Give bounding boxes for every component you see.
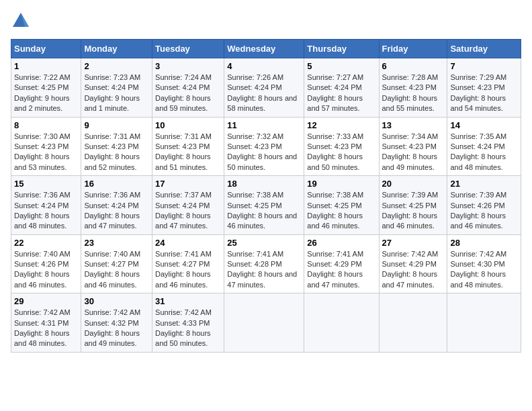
day-info: Sunrise: 7:39 AMSunset: 4:26 PMDaylight:… — [450, 191, 506, 230]
calendar-cell: 3Sunrise: 7:24 AMSunset: 4:24 PMDaylight… — [152, 58, 224, 118]
day-number: 4 — [227, 61, 301, 71]
day-info: Sunrise: 7:39 AMSunset: 4:25 PMDaylight:… — [382, 191, 439, 230]
col-header-tuesday: Tuesday — [152, 40, 224, 58]
logo-icon — [11, 11, 31, 31]
day-number: 19 — [307, 179, 375, 189]
page-header — [11, 11, 521, 31]
day-info: Sunrise: 7:22 AMSunset: 4:25 PMDaylight:… — [14, 73, 71, 112]
calendar-cell: 9Sunrise: 7:31 AMSunset: 4:23 PMDaylight… — [81, 117, 152, 176]
day-number: 28 — [450, 238, 518, 248]
calendar-cell: 16Sunrise: 7:36 AMSunset: 4:24 PMDayligh… — [81, 176, 152, 235]
day-number: 27 — [382, 238, 445, 248]
calendar-cell: 31Sunrise: 7:42 AMSunset: 4:33 PMDayligh… — [152, 293, 224, 353]
day-number: 8 — [14, 120, 78, 130]
day-info: Sunrise: 7:27 AMSunset: 4:24 PMDaylight:… — [307, 73, 363, 112]
calendar-week-row: 29Sunrise: 7:42 AMSunset: 4:31 PMDayligh… — [11, 293, 521, 353]
day-number: 30 — [84, 296, 149, 306]
calendar-cell: 21Sunrise: 7:39 AMSunset: 4:26 PMDayligh… — [447, 176, 521, 235]
day-number: 17 — [155, 179, 221, 189]
day-number: 12 — [307, 120, 375, 130]
calendar-cell: 25Sunrise: 7:41 AMSunset: 4:28 PMDayligh… — [224, 234, 304, 293]
calendar-cell: 20Sunrise: 7:39 AMSunset: 4:25 PMDayligh… — [379, 176, 447, 235]
day-info: Sunrise: 7:37 AMSunset: 4:24 PMDaylight:… — [155, 191, 212, 230]
day-number: 31 — [155, 296, 221, 306]
day-number: 29 — [14, 296, 78, 306]
day-number: 20 — [382, 179, 445, 189]
day-number: 13 — [382, 120, 445, 130]
calendar-cell: 2Sunrise: 7:23 AMSunset: 4:24 PMDaylight… — [81, 58, 152, 118]
day-number: 16 — [84, 179, 149, 189]
day-info: Sunrise: 7:40 AMSunset: 4:26 PMDaylight:… — [14, 250, 71, 289]
day-info: Sunrise: 7:42 AMSunset: 4:31 PMDaylight:… — [14, 308, 71, 347]
calendar-body: 1Sunrise: 7:22 AMSunset: 4:25 PMDaylight… — [11, 58, 521, 353]
day-number: 9 — [84, 120, 149, 130]
logo — [11, 11, 34, 31]
day-number: 26 — [307, 238, 375, 248]
calendar-week-row: 15Sunrise: 7:36 AMSunset: 4:24 PMDayligh… — [11, 176, 521, 235]
day-info: Sunrise: 7:29 AMSunset: 4:23 PMDaylight:… — [450, 73, 506, 112]
calendar-cell: 24Sunrise: 7:41 AMSunset: 4:27 PMDayligh… — [152, 234, 224, 293]
calendar-cell — [447, 293, 521, 353]
day-info: Sunrise: 7:42 AMSunset: 4:32 PMDaylight:… — [84, 308, 140, 347]
calendar-cell — [379, 293, 447, 353]
day-info: Sunrise: 7:38 AMSunset: 4:25 PMDaylight:… — [227, 191, 297, 230]
calendar-cell: 23Sunrise: 7:40 AMSunset: 4:27 PMDayligh… — [81, 234, 152, 293]
calendar-cell: 28Sunrise: 7:42 AMSunset: 4:30 PMDayligh… — [447, 234, 521, 293]
day-info: Sunrise: 7:34 AMSunset: 4:23 PMDaylight:… — [382, 132, 439, 171]
day-number: 14 — [450, 120, 518, 130]
calendar-cell: 6Sunrise: 7:28 AMSunset: 4:23 PMDaylight… — [379, 58, 447, 118]
calendar-cell: 12Sunrise: 7:33 AMSunset: 4:23 PMDayligh… — [304, 117, 379, 176]
calendar-cell — [224, 293, 304, 353]
calendar-cell: 15Sunrise: 7:36 AMSunset: 4:24 PMDayligh… — [11, 176, 81, 235]
day-number: 6 — [382, 61, 445, 71]
day-info: Sunrise: 7:41 AMSunset: 4:28 PMDaylight:… — [227, 250, 297, 289]
col-header-monday: Monday — [81, 40, 152, 58]
col-header-thursday: Thursday — [304, 40, 379, 58]
day-info: Sunrise: 7:35 AMSunset: 4:24 PMDaylight:… — [450, 132, 506, 171]
day-number: 3 — [155, 61, 221, 71]
calendar-cell: 29Sunrise: 7:42 AMSunset: 4:31 PMDayligh… — [11, 293, 81, 353]
day-number: 18 — [227, 179, 301, 189]
calendar-cell: 18Sunrise: 7:38 AMSunset: 4:25 PMDayligh… — [224, 176, 304, 235]
col-header-wednesday: Wednesday — [224, 40, 304, 58]
day-info: Sunrise: 7:38 AMSunset: 4:25 PMDaylight:… — [307, 191, 363, 230]
day-number: 23 — [84, 238, 149, 248]
calendar-cell — [304, 293, 379, 353]
day-info: Sunrise: 7:42 AMSunset: 4:29 PMDaylight:… — [382, 250, 439, 289]
day-info: Sunrise: 7:33 AMSunset: 4:23 PMDaylight:… — [307, 132, 363, 171]
calendar-cell: 17Sunrise: 7:37 AMSunset: 4:24 PMDayligh… — [152, 176, 224, 235]
day-info: Sunrise: 7:24 AMSunset: 4:24 PMDaylight:… — [155, 73, 212, 112]
calendar-week-row: 1Sunrise: 7:22 AMSunset: 4:25 PMDaylight… — [11, 58, 521, 118]
day-info: Sunrise: 7:31 AMSunset: 4:23 PMDaylight:… — [155, 132, 212, 171]
col-header-friday: Friday — [379, 40, 447, 58]
col-header-saturday: Saturday — [447, 40, 521, 58]
day-number: 25 — [227, 238, 301, 248]
day-number: 10 — [155, 120, 221, 130]
calendar-table: SundayMondayTuesdayWednesdayThursdayFrid… — [11, 39, 521, 353]
day-info: Sunrise: 7:41 AMSunset: 4:29 PMDaylight:… — [307, 250, 363, 289]
calendar-cell: 19Sunrise: 7:38 AMSunset: 4:25 PMDayligh… — [304, 176, 379, 235]
day-info: Sunrise: 7:31 AMSunset: 4:23 PMDaylight:… — [84, 132, 140, 171]
day-number: 22 — [14, 238, 78, 248]
calendar-week-row: 8Sunrise: 7:30 AMSunset: 4:23 PMDaylight… — [11, 117, 521, 176]
calendar-cell: 27Sunrise: 7:42 AMSunset: 4:29 PMDayligh… — [379, 234, 447, 293]
day-number: 1 — [14, 61, 78, 71]
calendar-cell: 22Sunrise: 7:40 AMSunset: 4:26 PMDayligh… — [11, 234, 81, 293]
calendar-cell: 13Sunrise: 7:34 AMSunset: 4:23 PMDayligh… — [379, 117, 447, 176]
calendar-week-row: 22Sunrise: 7:40 AMSunset: 4:26 PMDayligh… — [11, 234, 521, 293]
day-number: 7 — [450, 61, 518, 71]
day-info: Sunrise: 7:32 AMSunset: 4:23 PMDaylight:… — [227, 132, 297, 171]
day-info: Sunrise: 7:30 AMSunset: 4:23 PMDaylight:… — [14, 132, 71, 171]
day-info: Sunrise: 7:36 AMSunset: 4:24 PMDaylight:… — [84, 191, 140, 230]
day-info: Sunrise: 7:23 AMSunset: 4:24 PMDaylight:… — [84, 73, 140, 112]
day-number: 21 — [450, 179, 518, 189]
calendar-cell: 14Sunrise: 7:35 AMSunset: 4:24 PMDayligh… — [447, 117, 521, 176]
calendar-cell: 1Sunrise: 7:22 AMSunset: 4:25 PMDaylight… — [11, 58, 81, 118]
calendar-cell: 8Sunrise: 7:30 AMSunset: 4:23 PMDaylight… — [11, 117, 81, 176]
day-number: 24 — [155, 238, 221, 248]
day-info: Sunrise: 7:41 AMSunset: 4:27 PMDaylight:… — [155, 250, 212, 289]
calendar-header-row: SundayMondayTuesdayWednesdayThursdayFrid… — [11, 40, 521, 58]
day-number: 11 — [227, 120, 301, 130]
day-info: Sunrise: 7:36 AMSunset: 4:24 PMDaylight:… — [14, 191, 71, 230]
day-info: Sunrise: 7:40 AMSunset: 4:27 PMDaylight:… — [84, 250, 140, 289]
